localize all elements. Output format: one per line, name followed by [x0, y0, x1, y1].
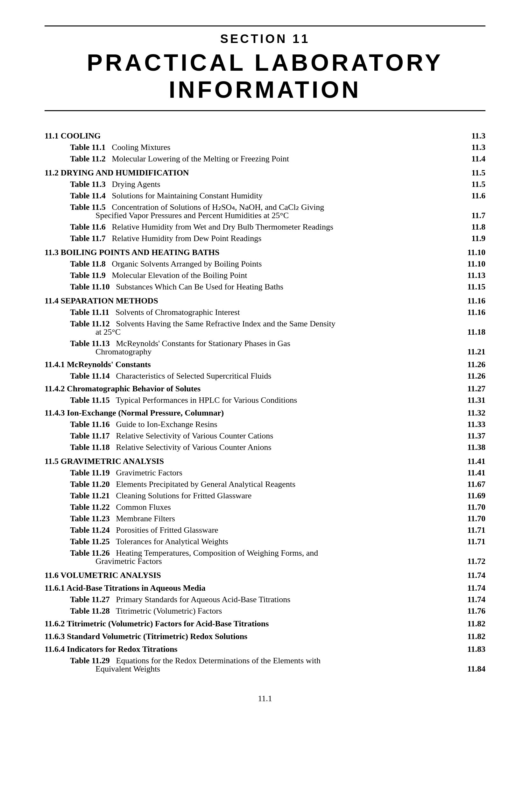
toc-label: 11.6 VOLUMETRIC ANALYSIS — [45, 571, 454, 580]
toc-page: 11.32 — [454, 409, 485, 417]
page-header: SECTION 11 PRACTICAL LABORATORY INFORMAT… — [45, 26, 485, 111]
toc-label: Table 11.9 Molecular Elevation of the Bo… — [70, 271, 454, 279]
toc-label: Table 11.26 Heating Temperatures, Compos… — [70, 549, 318, 557]
toc-page: 11.82 — [454, 620, 485, 628]
table-of-contents: 11.1 COOLING11.3Table 11.1 Cooling Mixtu… — [45, 130, 485, 675]
toc-table-entry: Table 11.8 Organic Solvents Arranged by … — [45, 258, 485, 270]
toc-section-heading: 11.2 DRYING AND HUMIDIFICATION11.5 — [45, 167, 485, 179]
toc-label: Table 11.22 Common Fluxes — [70, 503, 454, 511]
toc-page: 11.8 — [454, 223, 485, 231]
toc-sub-section: 11.6.3 Standard Volumetric (Titrimetric)… — [45, 631, 485, 642]
toc-section-heading: 11.6 VOLUMETRIC ANALYSIS11.74 — [45, 570, 485, 581]
toc-label: 11.4.3 Ion-Exchange (Normal Pressure, Co… — [45, 409, 454, 417]
toc-page: 11.10 — [454, 248, 485, 257]
toc-page: 11.6 — [454, 192, 485, 200]
toc-label: Table 11.21 Cleaning Solutions for Fritt… — [70, 492, 454, 500]
toc-label: 11.6.4 Indicators for Redox Titrations — [45, 645, 454, 653]
toc-label: Table 11.17 Relative Selectivity of Vari… — [70, 432, 454, 440]
toc-label: Table 11.6 Relative Humidity from Wet an… — [70, 223, 454, 231]
toc-continuation: Specified Vapor Pressures and Percent Hu… — [45, 212, 289, 220]
toc-multiline-entry: Table 11.29 Equations for the Redox Dete… — [45, 655, 485, 675]
toc-table-entry: Table 11.28 Titrimetric (Volumetric) Fac… — [45, 605, 485, 617]
toc-table-entry: Table 11.15 Typical Performances in HPLC… — [45, 394, 485, 406]
toc-page: 11.74 — [454, 571, 485, 580]
toc-label: 11.5 GRAVIMETRIC ANALYSIS — [45, 457, 454, 466]
toc-label: Table 11.19 Gravimetric Factors — [70, 469, 454, 477]
section-label: SECTION 11 — [45, 32, 485, 46]
toc-table-entry: Table 11.20 Elements Precipitated by Gen… — [45, 479, 485, 490]
toc-label: Table 11.20 Elements Precipitated by Gen… — [70, 480, 454, 489]
toc-page: 11.37 — [454, 432, 485, 440]
toc-table-entry: Table 11.3 Drying Agents11.5 — [45, 179, 485, 190]
toc-multiline-entry: Table 11.5 Concentration of Solutions of… — [45, 202, 485, 221]
toc-page: 11.41 — [454, 457, 485, 466]
toc-label: Table 11.16 Guide to Ion-Exchange Resins — [70, 420, 454, 429]
toc-page: 11.76 — [454, 607, 485, 615]
toc-label: Table 11.5 Concentration of Solutions of… — [70, 203, 324, 212]
toc-page: 11.5 — [454, 169, 485, 177]
toc-table-entry: Table 11.7 Relative Humidity from Dew Po… — [45, 233, 485, 244]
toc-table-entry: Table 11.4 Solutions for Maintaining Con… — [45, 190, 485, 202]
toc-sub-section: 11.6.2 Titrimetric (Volumetric) Factors … — [45, 618, 485, 629]
toc-label: Table 11.1 Cooling Mixtures — [70, 143, 454, 151]
toc-section-heading: 11.1 COOLING11.3 — [45, 130, 485, 142]
toc-table-entry: Table 11.14 Characteristics of Selected … — [45, 370, 485, 382]
toc-page: 11.70 — [454, 503, 485, 511]
toc-page: 11.16 — [454, 308, 485, 317]
toc-sub-section: 11.4.3 Ion-Exchange (Normal Pressure, Co… — [45, 407, 485, 419]
toc-page: 11.5 — [454, 180, 485, 189]
toc-page-2: 11.72 — [454, 557, 485, 566]
toc-table-entry: Table 11.16 Guide to Ion-Exchange Resins… — [45, 419, 485, 430]
toc-table-entry: Table 11.9 Molecular Elevation of the Bo… — [45, 270, 485, 281]
toc-label: Table 11.11 Solvents of Chromatographic … — [70, 308, 454, 317]
toc-table-entry: Table 11.24 Porosities of Fritted Glassw… — [45, 524, 485, 536]
toc-page: 11.10 — [454, 260, 485, 268]
page-number: 11.1 — [45, 694, 485, 704]
toc-label: 11.6.3 Standard Volumetric (Titrimetric)… — [45, 633, 454, 641]
toc-label: 11.4.1 McReynolds' Constants — [45, 361, 454, 369]
toc-label: Table 11.29 Equations for the Redox Dete… — [70, 657, 321, 665]
toc-table-entry: Table 11.11 Solvents of Chromatographic … — [45, 307, 485, 318]
toc-table-entry: Table 11.21 Cleaning Solutions for Fritt… — [45, 490, 485, 502]
toc-page: 11.82 — [454, 633, 485, 641]
toc-label: Table 11.14 Characteristics of Selected … — [70, 372, 454, 380]
toc-page: 11.33 — [454, 420, 485, 429]
toc-page: 11.27 — [454, 385, 485, 393]
toc-label: 11.6.2 Titrimetric (Volumetric) Factors … — [45, 620, 454, 628]
toc-label: Table 11.23 Membrane Filters — [70, 514, 454, 523]
toc-label: 11.1 COOLING — [45, 132, 454, 140]
toc-label: Table 11.4 Solutions for Maintaining Con… — [70, 192, 454, 200]
toc-section-heading: 11.3 BOILING POINTS AND HEATING BATHS11.… — [45, 247, 485, 258]
toc-continuation: Equivalent Weights — [45, 665, 160, 673]
toc-page-2: 11.21 — [454, 348, 485, 356]
toc-section-heading: 11.5 GRAVIMETRIC ANALYSIS11.41 — [45, 456, 485, 467]
toc-label: Table 11.24 Porosities of Fritted Glassw… — [70, 526, 454, 534]
toc-sub-section: 11.4.1 McReynolds' Constants11.26 — [45, 359, 485, 370]
toc-section-heading: 11.4 SEPARATION METHODS11.16 — [45, 295, 485, 307]
toc-label: Table 11.2 Molecular Lowering of the Mel… — [70, 155, 454, 163]
toc-page: 11.71 — [454, 537, 485, 546]
toc-page: 11.16 — [454, 297, 485, 305]
toc-table-entry: Table 11.10 Substances Which Can Be Used… — [45, 281, 485, 293]
toc-label: Table 11.8 Organic Solvents Arranged by … — [70, 260, 454, 268]
toc-page: 11.3 — [454, 143, 485, 151]
toc-page: 11.69 — [454, 492, 485, 500]
toc-page-2: 11.84 — [454, 665, 485, 673]
toc-label: Table 11.18 Relative Selectivity of Vari… — [70, 443, 454, 451]
toc-page: 11.3 — [454, 132, 485, 140]
toc-page: 11.74 — [454, 584, 485, 592]
toc-sub-section: 11.6.1 Acid-Base Titrations in Aqueous M… — [45, 582, 485, 594]
toc-page: 11.15 — [454, 283, 485, 291]
toc-page: 11.9 — [454, 234, 485, 243]
toc-label: Table 11.15 Typical Performances in HPLC… — [70, 396, 454, 404]
toc-table-entry: Table 11.17 Relative Selectivity of Vari… — [45, 430, 485, 442]
toc-page: 11.4 — [454, 155, 485, 163]
toc-multiline-entry: Table 11.13 McReynolds' Constants for St… — [45, 338, 485, 358]
toc-label: Table 11.12 Solvents Having the Same Ref… — [70, 320, 336, 328]
toc-label: Table 11.10 Substances Which Can Be Used… — [70, 283, 454, 291]
toc-page: 11.26 — [454, 372, 485, 380]
toc-table-entry: Table 11.18 Relative Selectivity of Vari… — [45, 442, 485, 453]
toc-page: 11.41 — [454, 469, 485, 477]
toc-page: 11.83 — [454, 645, 485, 653]
toc-page-2: 11.7 — [454, 212, 485, 220]
